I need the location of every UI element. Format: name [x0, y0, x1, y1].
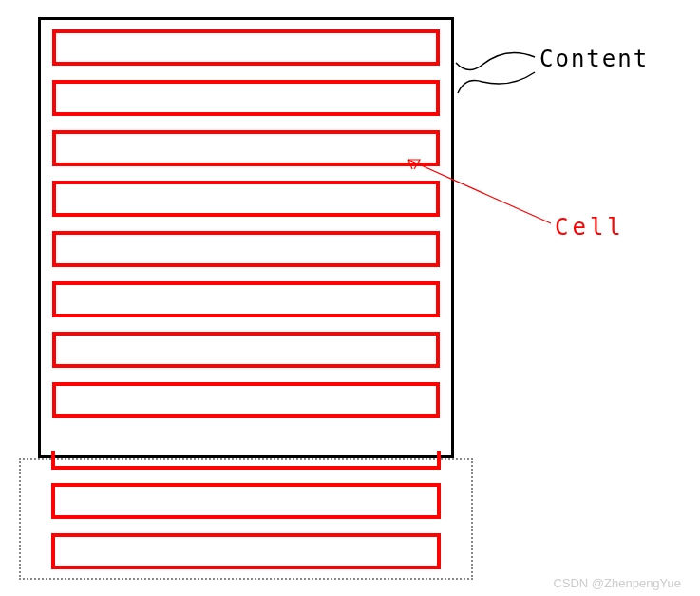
cell-row	[52, 130, 440, 166]
watermark-text: CSDN @ZhenpengYue	[553, 576, 681, 590]
cell-row	[51, 533, 441, 569]
cell-row	[51, 451, 441, 470]
cell-row	[52, 231, 440, 267]
label-cell: Cell	[555, 214, 625, 240]
cell-row	[52, 332, 440, 368]
pointer-content-arrow	[454, 36, 549, 112]
cell-row	[52, 281, 440, 317]
cell-row	[52, 382, 440, 418]
label-content: Content	[539, 46, 649, 72]
cell-row	[52, 80, 440, 116]
cell-row	[51, 483, 441, 519]
overflow-container	[19, 458, 473, 580]
cell-row	[52, 29, 440, 66]
content-container	[38, 17, 454, 458]
cell-row	[52, 181, 440, 217]
